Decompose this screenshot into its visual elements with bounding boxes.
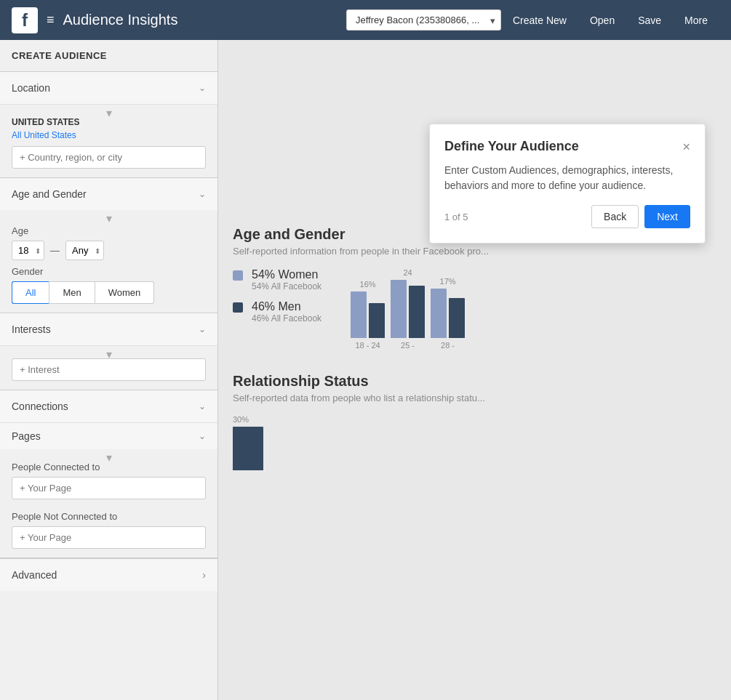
pages-label: Pages	[12, 430, 41, 442]
men-bar-28	[449, 298, 465, 338]
gender-stats-list: 54% Women 54% All Facebook 46% Men 46% A…	[233, 268, 321, 350]
gender-men-button[interactable]: Men	[49, 281, 95, 304]
men-stat-main: 46% Men	[252, 300, 321, 313]
age-gender-body: Age 18 — Any Gender A	[0, 210, 217, 313]
bar-group-1824: 16% 18 - 24	[351, 280, 385, 350]
create-audience-header: CREATE AUDIENCE	[0, 40, 217, 72]
location-input[interactable]	[12, 146, 206, 169]
open-button[interactable]: Open	[578, 9, 626, 32]
right-panel: Define Your Audience × Enter Custom Audi…	[218, 40, 731, 700]
tooltip-footer: 1 of 5 Back Next	[444, 205, 690, 228]
advanced-row[interactable]: Advanced ›	[0, 558, 217, 591]
bar-label-16pct: 16%	[360, 280, 376, 289]
save-button[interactable]: Save	[626, 9, 673, 32]
advanced-chevron-icon: ›	[202, 569, 206, 581]
women-stat-info: 54% Women 54% All Facebook	[252, 268, 321, 291]
main-layout: CREATE AUDIENCE Location ⌄ UNITED STATES…	[0, 40, 731, 700]
advanced-label: Advanced	[12, 569, 57, 581]
location-all-label: All United States	[12, 130, 206, 140]
age-gender-label: Age and Gender	[12, 188, 87, 200]
interest-input[interactable]	[12, 358, 206, 381]
bars-28	[431, 289, 465, 338]
location-notch	[12, 113, 206, 114]
bars-25	[391, 280, 425, 338]
relationship-section-title: Relationship Status	[233, 373, 716, 390]
age-field-label: Age	[12, 225, 206, 236]
connections-body: People Connected to People Not Connected…	[0, 449, 217, 558]
women-stat-row: 54% Women 54% All Facebook	[233, 268, 321, 291]
interests-label: Interests	[12, 323, 51, 335]
nav-right-actions: Jeffrey Bacon (235380866, ... Create New…	[346, 9, 719, 32]
connections-label: Connections	[12, 401, 68, 412]
men-color-box	[233, 302, 243, 313]
pages-chevron-icon: ⌄	[199, 431, 206, 441]
app-title: Audience Insights	[63, 12, 178, 28]
bar-age-25: 25 -	[401, 341, 415, 350]
location-section-header[interactable]: Location ⌄	[0, 72, 217, 104]
gender-all-button[interactable]: All	[12, 281, 49, 304]
location-section-body: UNITED STATES All United States	[0, 104, 217, 177]
interests-notch	[12, 355, 206, 355]
women-stat-sub: 54% All Facebook	[252, 281, 321, 291]
gender-field-label: Gender	[12, 266, 206, 277]
relationship-section-subtitle: Self-reported data from people who list …	[233, 393, 716, 403]
account-dropdown[interactable]: Jeffrey Bacon (235380866, ...	[346, 9, 501, 31]
tooltip-popup: Define Your Audience × Enter Custom Audi…	[429, 124, 706, 244]
next-button[interactable]: Next	[644, 205, 690, 228]
women-bar-1824	[351, 291, 367, 338]
age-gender-content-area: Age and Gender Self-reported information…	[233, 226, 716, 470]
location-section: Location ⌄ UNITED STATES All United Stat…	[0, 72, 217, 178]
not-connected-page-input[interactable]	[12, 526, 206, 549]
relationship-bar-area: 30%	[233, 415, 716, 470]
age-gender-chevron-icon: ⌄	[199, 189, 206, 199]
more-button[interactable]: More	[673, 9, 719, 32]
age-dash: —	[50, 245, 60, 256]
bar-group-25: 24 25 -	[391, 268, 425, 350]
age-gender-section: Age and Gender ⌄ Age 18 — Any	[0, 178, 217, 313]
relationship-section: Relationship Status Self-reported data f…	[233, 373, 716, 470]
men-stat-sub: 46% All Facebook	[252, 313, 321, 323]
gender-women-button[interactable]: Women	[95, 281, 155, 304]
top-navigation: f ≡ Audience Insights Jeffrey Bacon (235…	[0, 0, 731, 40]
back-button[interactable]: Back	[591, 205, 639, 228]
location-input-wrap	[12, 146, 206, 169]
tooltip-close-button[interactable]: ×	[682, 140, 690, 153]
tooltip-body: Enter Custom Audiences, demographics, in…	[444, 163, 690, 193]
bar-label-24: 24	[403, 268, 412, 277]
connections-notch	[12, 458, 206, 459]
bar-label-17pct: 17%	[440, 277, 456, 286]
connected-page-input[interactable]	[12, 477, 206, 499]
age-from-wrap: 18	[12, 241, 44, 260]
women-bar-28	[431, 289, 447, 338]
bar-age-28: 28 -	[441, 341, 455, 350]
right-main-content: Age and Gender Self-reported information…	[218, 40, 731, 482]
interests-section-body	[0, 345, 217, 390]
age-gender-section-header[interactable]: Age and Gender ⌄	[0, 178, 217, 210]
pages-section-header[interactable]: Pages ⌄	[0, 422, 217, 449]
age-row: 18 — Any	[12, 241, 206, 260]
age-to-select[interactable]: Any	[65, 241, 104, 260]
bars-1824	[351, 291, 385, 338]
left-panel: CREATE AUDIENCE Location ⌄ UNITED STATES…	[0, 40, 218, 700]
age-to-wrap: Any	[65, 241, 104, 260]
men-stat-info: 46% Men 46% All Facebook	[252, 300, 321, 323]
relationship-bar	[233, 427, 263, 470]
hamburger-icon[interactable]: ≡	[47, 12, 55, 28]
interests-chevron-icon: ⌄	[199, 324, 206, 334]
age-gender-stats-row: 54% Women 54% All Facebook 46% Men 46% A…	[233, 268, 716, 350]
women-stat-main: 54% Women	[252, 268, 321, 281]
interests-section-header[interactable]: Interests ⌄	[0, 313, 217, 345]
facebook-logo: f	[12, 7, 38, 33]
men-bar-1824	[369, 303, 385, 338]
tooltip-step: 1 of 5	[444, 212, 468, 222]
location-label: Location	[12, 82, 50, 94]
connections-section-header[interactable]: Connections ⌄	[0, 390, 217, 422]
location-chevron-icon: ⌄	[199, 83, 206, 93]
age-from-select[interactable]: 18	[12, 241, 44, 260]
create-new-button[interactable]: Create New	[501, 9, 578, 32]
men-bar-25	[409, 286, 425, 338]
tooltip-actions: Back Next	[591, 205, 690, 228]
tooltip-header: Define Your Audience ×	[444, 139, 690, 154]
bar-age-1824: 18 - 24	[355, 341, 380, 350]
connections-section: Connections ⌄ Pages ⌄ People Connected t…	[0, 390, 217, 558]
